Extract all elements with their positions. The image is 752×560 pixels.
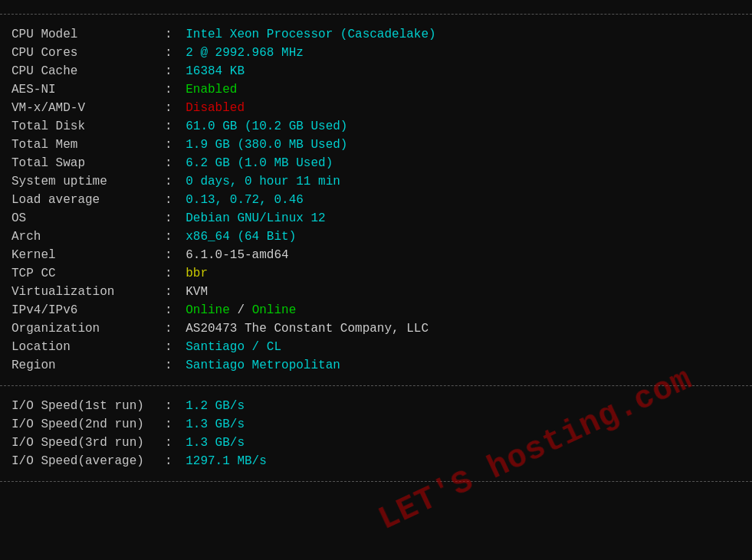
table-row: Region : Santiago Metropolitan xyxy=(11,356,741,375)
location-value: Santiago / CL xyxy=(186,340,281,354)
table-row: Total Swap : 6.2 GB (1.0 MB Used) xyxy=(11,154,741,172)
table-row: I/O Speed(1st run) : 1.2 GB/s xyxy=(11,397,741,415)
cpu-cores-label: CPU Cores xyxy=(11,46,165,60)
io-2nd-label: I/O Speed(2nd run) xyxy=(11,418,165,431)
uptime-label: System uptime xyxy=(11,175,165,188)
tcp-cc-value: bbr xyxy=(186,267,208,280)
io-1st-label: I/O Speed(1st run) xyxy=(11,399,165,413)
table-row: System uptime : 0 days, 0 hour 11 min xyxy=(11,172,741,191)
cpu-cache-label: CPU Cache xyxy=(11,64,165,78)
aes-ni-label: AES-NI xyxy=(11,83,165,97)
region-value: Santiago Metropolitan xyxy=(186,359,340,372)
table-row: Virtualization : KVM xyxy=(11,283,741,301)
table-row: CPU Cache : 16384 KB xyxy=(11,62,741,80)
table-row: IPv4/IPv6 : Online / Online xyxy=(11,301,741,319)
tcp-cc-label: TCP CC xyxy=(11,267,165,280)
io-1st-value: 1.2 GB/s xyxy=(186,399,245,413)
table-row: Total Disk : 61.0 GB (10.2 GB Used) xyxy=(11,117,741,136)
load-avg-value: 0.13, 0.72, 0.46 xyxy=(186,193,304,207)
io-3rd-label: I/O Speed(3rd run) xyxy=(11,436,165,450)
region-label: Region xyxy=(11,359,165,372)
bottom-divider xyxy=(0,481,752,482)
top-divider xyxy=(0,14,752,15)
io-avg-value: 1297.1 MB/s xyxy=(186,454,267,468)
total-disk-value: 61.0 GB (10.2 GB Used) xyxy=(186,120,347,133)
table-row: Arch : x86_64 (64 Bit) xyxy=(11,228,741,246)
cpu-cores-value: 2 @ 2992.968 MHz xyxy=(186,46,304,60)
arch-value: x86_64 (64 Bit) xyxy=(186,230,296,244)
table-row: Kernel : 6.1.0-15-amd64 xyxy=(11,246,741,264)
table-row: OS : Debian GNU/Linux 12 xyxy=(11,209,741,228)
io-speed-section: I/O Speed(1st run) : 1.2 GB/s I/O Speed(… xyxy=(0,392,752,475)
table-row: AES-NI : Enabled xyxy=(11,80,741,99)
total-mem-label: Total Mem xyxy=(11,138,165,152)
cpu-model-label: CPU Model xyxy=(11,28,165,41)
vmx-value: Disabled xyxy=(186,101,245,115)
total-mem-value: 1.9 GB (380.0 MB Used) xyxy=(186,138,347,152)
table-row: Load average : 0.13, 0.72, 0.46 xyxy=(11,191,741,209)
org-label: Organization xyxy=(11,322,165,336)
os-value: Debian GNU/Linux 12 xyxy=(186,211,325,225)
system-info-section: CPU Model : Intel Xeon Processor (Cascad… xyxy=(0,21,752,379)
ipv6-value: Online xyxy=(252,303,297,317)
table-row: VM-x/AMD-V : Disabled xyxy=(11,99,741,117)
middle-divider xyxy=(0,385,752,386)
table-row: CPU Cores : 2 @ 2992.968 MHz xyxy=(11,44,741,62)
table-row: I/O Speed(2nd run) : 1.3 GB/s xyxy=(11,415,741,434)
table-row: Organization : AS20473 The Constant Comp… xyxy=(11,319,741,338)
total-swap-label: Total Swap xyxy=(11,156,165,170)
table-row: CPU Model : Intel Xeon Processor (Cascad… xyxy=(11,25,741,44)
io-2nd-value: 1.3 GB/s xyxy=(186,418,245,431)
total-disk-label: Total Disk xyxy=(11,120,165,133)
total-swap-value: 6.2 GB (1.0 MB Used) xyxy=(186,156,333,170)
vmx-label: VM-x/AMD-V xyxy=(11,101,165,115)
virt-value: KVM xyxy=(186,285,208,299)
kernel-value: 6.1.0-15-amd64 xyxy=(186,248,288,262)
table-row: I/O Speed(average) : 1297.1 MB/s xyxy=(11,452,741,470)
location-label: Location xyxy=(11,340,165,354)
io-avg-label: I/O Speed(average) xyxy=(11,454,165,468)
arch-label: Arch xyxy=(11,230,165,244)
os-label: OS xyxy=(11,211,165,225)
table-row: TCP CC : bbr xyxy=(11,264,741,283)
cpu-cache-value: 16384 KB xyxy=(186,64,245,78)
load-avg-label: Load average xyxy=(11,193,165,207)
io-3rd-value: 1.3 GB/s xyxy=(186,436,245,450)
kernel-label: Kernel xyxy=(11,248,165,262)
ipv4-value: Online xyxy=(186,303,230,317)
table-row: Location : Santiago / CL xyxy=(11,338,741,356)
aes-ni-value: Enabled xyxy=(186,83,237,97)
cpu-model-value: Intel Xeon Processor (Cascadelake) xyxy=(186,28,435,41)
table-row: I/O Speed(3rd run) : 1.3 GB/s xyxy=(11,434,741,452)
table-row: Total Mem : 1.9 GB (380.0 MB Used) xyxy=(11,136,741,154)
ipv46-sep: / xyxy=(230,303,252,317)
uptime-value: 0 days, 0 hour 11 min xyxy=(186,175,340,188)
org-value: AS20473 The Constant Company, LLC xyxy=(186,322,429,336)
virt-label: Virtualization xyxy=(11,285,165,299)
ipv46-label: IPv4/IPv6 xyxy=(11,303,165,317)
